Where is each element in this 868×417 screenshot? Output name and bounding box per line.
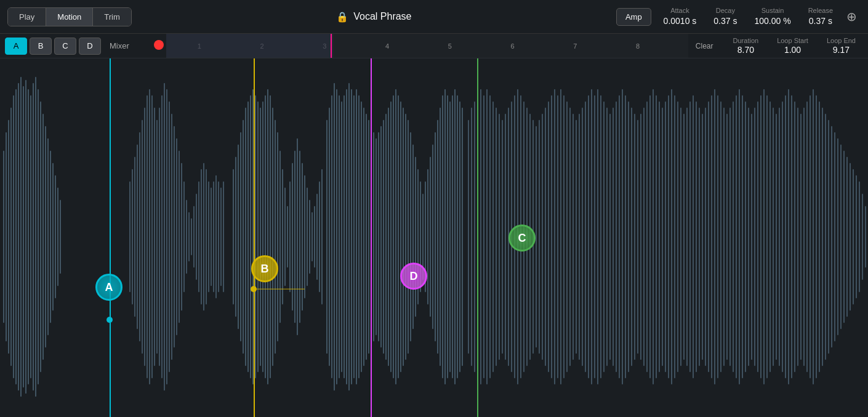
marker-d[interactable]: D bbox=[400, 263, 427, 290]
motion-button[interactable]: Motion bbox=[46, 8, 93, 26]
svg-rect-261 bbox=[788, 89, 789, 384]
more-options-button[interactable]: ⊕ bbox=[843, 9, 861, 24]
svg-rect-21 bbox=[52, 163, 54, 311]
record-dot[interactable] bbox=[154, 40, 164, 50]
svg-rect-231 bbox=[696, 101, 697, 372]
svg-rect-211 bbox=[634, 114, 635, 360]
svg-rect-38 bbox=[161, 95, 163, 378]
yellow-node-dot[interactable] bbox=[251, 286, 257, 292]
section-tabs: A B C D bbox=[0, 38, 103, 55]
svg-rect-127 bbox=[390, 101, 392, 372]
svg-rect-210 bbox=[631, 108, 632, 366]
svg-rect-179 bbox=[536, 126, 537, 348]
svg-rect-272 bbox=[822, 108, 823, 366]
top-bar: Play Motion Trim 🔒 Vocal Phrase Amp Atta… bbox=[0, 0, 868, 34]
svg-rect-106 bbox=[339, 95, 340, 378]
svg-rect-153 bbox=[454, 89, 456, 384]
svg-rect-8 bbox=[20, 77, 22, 397]
svg-rect-203 bbox=[609, 114, 611, 360]
tab-a[interactable]: A bbox=[5, 38, 27, 55]
svg-rect-76 bbox=[262, 101, 263, 372]
amp-button[interactable]: Amp bbox=[616, 8, 651, 26]
clear-button[interactable]: Clear bbox=[688, 42, 721, 50]
svg-rect-166 bbox=[496, 108, 497, 366]
svg-rect-205 bbox=[616, 101, 617, 372]
svg-rect-237 bbox=[714, 89, 715, 384]
svg-rect-243 bbox=[733, 101, 734, 372]
svg-rect-33 bbox=[149, 89, 150, 384]
svg-rect-30 bbox=[142, 120, 143, 354]
timeline-selection bbox=[166, 34, 333, 58]
duration-value[interactable]: 8.70 bbox=[737, 45, 754, 55]
svg-rect-151 bbox=[449, 101, 451, 372]
svg-rect-101 bbox=[326, 120, 328, 354]
green-marker-line[interactable] bbox=[477, 58, 478, 417]
svg-rect-122 bbox=[378, 132, 379, 341]
svg-rect-62 bbox=[220, 188, 222, 286]
tab-b[interactable]: B bbox=[30, 38, 52, 55]
timeline-num-7: 7 bbox=[573, 42, 577, 50]
yellow-marker-line[interactable] bbox=[254, 58, 255, 417]
mixer-button[interactable]: Mixer bbox=[103, 41, 135, 50]
svg-rect-126 bbox=[388, 108, 389, 366]
track-title: Vocal Phrase bbox=[353, 11, 411, 22]
svg-rect-50 bbox=[191, 218, 192, 255]
svg-rect-267 bbox=[806, 101, 808, 372]
sustain-label: Sustain bbox=[754, 7, 790, 14]
svg-rect-156 bbox=[462, 108, 463, 366]
svg-rect-259 bbox=[782, 101, 783, 372]
sustain-value[interactable]: 100.00 % bbox=[754, 16, 790, 26]
svg-rect-100 bbox=[321, 169, 323, 304]
play-button[interactable]: Play bbox=[8, 8, 46, 26]
svg-rect-182 bbox=[545, 108, 546, 366]
svg-rect-269 bbox=[813, 89, 814, 384]
svg-rect-223 bbox=[671, 89, 672, 384]
svg-rect-108 bbox=[344, 95, 345, 378]
svg-rect-280 bbox=[846, 157, 848, 317]
svg-rect-184 bbox=[551, 95, 552, 378]
decay-value[interactable]: 0.37 s bbox=[713, 16, 737, 26]
svg-rect-245 bbox=[739, 89, 740, 384]
loop-end-value[interactable]: 9.17 bbox=[833, 45, 850, 55]
svg-rect-219 bbox=[659, 101, 660, 372]
marker-a[interactable]: A bbox=[95, 274, 123, 301]
cyan-marker-line[interactable] bbox=[110, 58, 111, 417]
svg-rect-144 bbox=[432, 145, 433, 329]
timeline-playhead bbox=[331, 34, 332, 58]
svg-rect-187 bbox=[560, 89, 561, 384]
svg-rect-282 bbox=[853, 169, 854, 304]
waveform-area[interactable]: 2 1 2 2 2 3 2 4 3 1 3 2 bbox=[0, 58, 868, 417]
svg-rect-255 bbox=[770, 101, 771, 372]
loop-start-value[interactable]: 1.00 bbox=[784, 45, 801, 55]
svg-rect-143 bbox=[430, 157, 431, 317]
svg-rect-196 bbox=[588, 95, 589, 378]
svg-rect-125 bbox=[385, 114, 387, 360]
svg-rect-147 bbox=[440, 108, 441, 366]
svg-rect-59 bbox=[213, 181, 214, 292]
svg-rect-286 bbox=[865, 206, 866, 268]
svg-rect-268 bbox=[810, 95, 811, 378]
svg-rect-79 bbox=[270, 95, 271, 378]
svg-rect-68 bbox=[243, 120, 244, 354]
cyan-handle-dot[interactable] bbox=[106, 317, 113, 323]
svg-rect-74 bbox=[257, 101, 259, 372]
params-group: Attack 0.0010 s Decay 0.37 s Sustain 100… bbox=[664, 7, 833, 26]
marker-c[interactable]: C bbox=[508, 224, 536, 252]
tab-c[interactable]: C bbox=[54, 38, 76, 55]
svg-rect-69 bbox=[245, 108, 246, 366]
tab-d[interactable]: D bbox=[79, 38, 101, 55]
svg-rect-281 bbox=[850, 163, 851, 311]
magenta-marker-line[interactable] bbox=[371, 58, 372, 417]
release-value[interactable]: 0.37 s bbox=[809, 16, 832, 26]
svg-rect-137 bbox=[415, 157, 416, 317]
svg-rect-168 bbox=[502, 120, 503, 354]
attack-value[interactable]: 0.0010 s bbox=[664, 16, 697, 26]
trim-button[interactable]: Trim bbox=[93, 8, 131, 26]
svg-rect-228 bbox=[686, 108, 688, 366]
timeline-num-8: 8 bbox=[636, 42, 640, 50]
marker-b[interactable]: B bbox=[251, 255, 278, 282]
record-button-area[interactable] bbox=[154, 40, 164, 52]
svg-rect-217 bbox=[653, 89, 654, 384]
svg-rect-222 bbox=[668, 95, 669, 378]
svg-rect-124 bbox=[383, 120, 384, 354]
